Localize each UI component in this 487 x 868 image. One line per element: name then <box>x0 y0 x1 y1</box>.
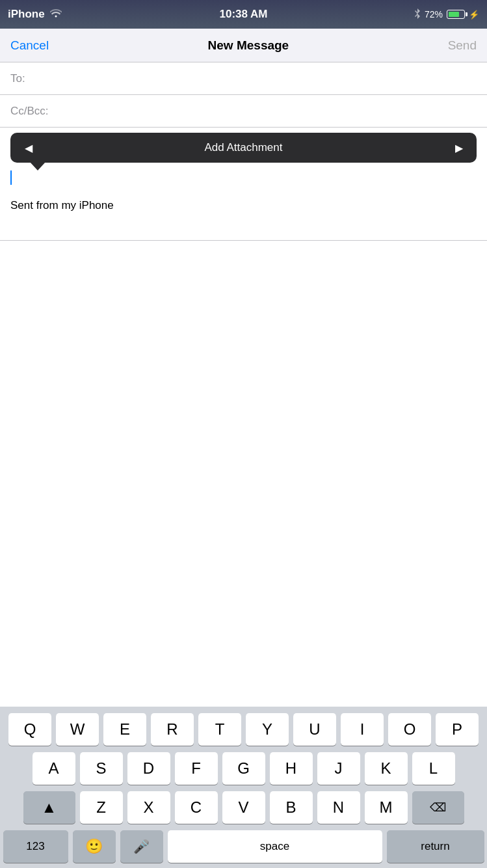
status-time: 10:38 AM <box>219 8 267 21</box>
keyboard-row-1: Q W E R T Y U I O P <box>0 713 487 746</box>
key-u[interactable]: U <box>293 713 336 746</box>
shift-button[interactable]: ▲ <box>23 791 75 824</box>
nav-bar: Cancel New Message Send <box>0 29 487 62</box>
body-area[interactable]: Sent from my iPhone <box>0 163 487 241</box>
key-s[interactable]: S <box>80 752 123 785</box>
keyboard-row-2: A S D F G H J K L <box>0 752 487 785</box>
key-d[interactable]: D <box>127 752 170 785</box>
context-menu-bubble: ◀ Add Attachment ▶ <box>10 133 477 163</box>
key-p[interactable]: P <box>436 713 479 746</box>
mic-icon: 🎤 <box>133 839 150 854</box>
key-b[interactable]: B <box>270 791 313 824</box>
status-bar: iPhone 10:38 AM 72% ⚡ <box>0 0 487 29</box>
to-input[interactable] <box>53 72 477 85</box>
context-menu-next-button[interactable]: ▶ <box>441 133 477 163</box>
to-field-row: To: <box>0 62 487 95</box>
key-f[interactable]: F <box>175 752 218 785</box>
carrier-label: iPhone <box>8 8 45 21</box>
key-n[interactable]: N <box>317 791 360 824</box>
key-y[interactable]: Y <box>246 713 289 746</box>
key-c[interactable]: C <box>175 791 218 824</box>
keyboard: Q W E R T Y U I O P A S D F G H J K L ▲ … <box>0 707 487 868</box>
key-m[interactable]: M <box>365 791 408 824</box>
space-button[interactable]: space <box>168 830 382 863</box>
signature-text: Sent from my iPhone <box>10 199 477 212</box>
key-a[interactable]: A <box>33 752 75 785</box>
key-j[interactable]: J <box>317 752 360 785</box>
mic-button[interactable]: 🎤 <box>120 830 163 863</box>
bolt-icon: ⚡ <box>469 10 479 20</box>
key-k[interactable]: K <box>365 752 408 785</box>
cc-bcc-input[interactable] <box>53 105 477 118</box>
keyboard-row-4: 123 🙂 🎤 space return <box>0 830 487 863</box>
wifi-icon <box>50 8 62 21</box>
emoji-button[interactable]: 🙂 <box>73 830 116 863</box>
shift-icon: ▲ <box>42 798 57 817</box>
key-v[interactable]: V <box>222 791 265 824</box>
text-cursor <box>10 170 12 185</box>
battery-icon <box>447 10 465 19</box>
cc-bcc-field-row: Cc/Bcc: <box>0 95 487 128</box>
to-label: To: <box>10 72 53 85</box>
context-menu-add-attachment-label[interactable]: Add Attachment <box>46 141 441 154</box>
return-button[interactable]: return <box>387 830 484 863</box>
key-t[interactable]: T <box>198 713 241 746</box>
key-q[interactable]: Q <box>8 713 51 746</box>
key-o[interactable]: O <box>388 713 431 746</box>
context-menu: ◀ Add Attachment ▶ <box>0 133 487 163</box>
context-menu-prev-button[interactable]: ◀ <box>10 133 46 163</box>
cancel-button[interactable]: Cancel <box>10 38 49 53</box>
numbers-button[interactable]: 123 <box>3 830 68 863</box>
key-r[interactable]: R <box>151 713 194 746</box>
send-button[interactable]: Send <box>448 38 477 53</box>
key-e[interactable]: E <box>103 713 146 746</box>
email-form: To: Cc/Bcc: <box>0 62 487 128</box>
bluetooth-icon <box>414 8 421 21</box>
key-l[interactable]: L <box>412 752 455 785</box>
key-i[interactable]: I <box>341 713 384 746</box>
cc-bcc-label: Cc/Bcc: <box>10 105 53 118</box>
key-z[interactable]: Z <box>80 791 123 824</box>
key-w[interactable]: W <box>56 713 99 746</box>
key-h[interactable]: H <box>270 752 313 785</box>
delete-icon: ⌫ <box>430 800 446 815</box>
context-menu-tail <box>30 162 46 170</box>
delete-button[interactable]: ⌫ <box>412 791 464 824</box>
keyboard-row-3: ▲ Z X C V B N M ⌫ <box>0 791 487 824</box>
key-x[interactable]: X <box>127 791 170 824</box>
key-g[interactable]: G <box>222 752 265 785</box>
nav-title: New Message <box>208 38 289 53</box>
battery-percent: 72% <box>425 9 443 20</box>
emoji-icon: 🙂 <box>85 838 103 855</box>
